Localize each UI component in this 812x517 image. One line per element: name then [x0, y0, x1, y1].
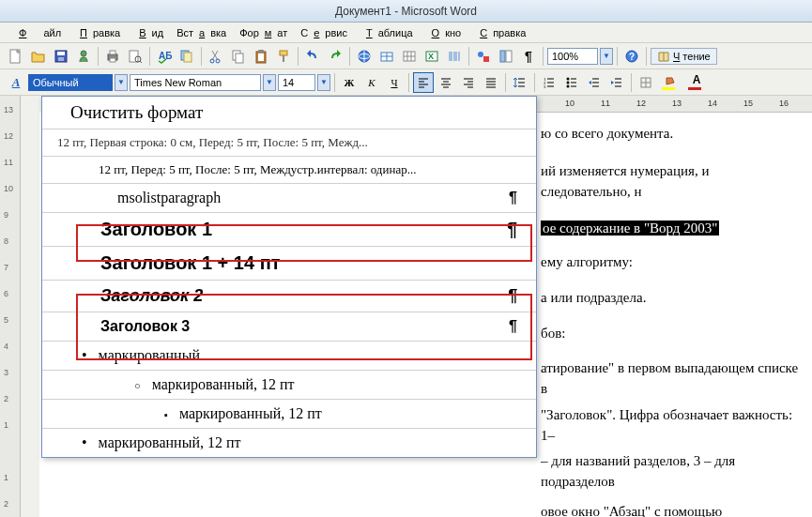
pilcrow-icon: ¶ [507, 219, 517, 240]
undo-icon[interactable] [302, 46, 323, 67]
style-item[interactable]: 12 пт, Перед: 5 пт, После: 5 пт, Междуст… [42, 157, 536, 184]
svg-rect-22 [283, 55, 284, 62]
reading-button[interactable]: Чтение [651, 48, 717, 65]
svg-rect-37 [458, 52, 460, 61]
drawing-icon[interactable] [473, 46, 494, 67]
doc-text: а или подраздела. [541, 288, 799, 309]
svg-point-69 [567, 77, 570, 80]
italic-button[interactable]: К [361, 72, 382, 93]
style-clear-format[interactable]: Очистить формат [42, 97, 536, 129]
svg-point-4 [81, 51, 86, 56]
menu-view[interactable]: Вид [128, 25, 169, 40]
doc-text: "Заголовок". Цифра обозначает важность: … [541, 405, 799, 447]
bullets-icon[interactable] [561, 72, 582, 93]
increase-indent-icon[interactable] [606, 72, 627, 93]
svg-rect-19 [258, 53, 264, 61]
style-heading-2[interactable]: Заголовок 2¶ [42, 281, 536, 312]
borders-icon[interactable] [636, 72, 656, 93]
doc-text: ий изменяется нумерация, и следовательно… [541, 161, 799, 203]
doc-text: – для названий разделов, 3 – для подразд… [541, 451, 799, 493]
align-left-icon[interactable] [413, 72, 434, 93]
doc-map-icon[interactable] [496, 46, 516, 67]
underline-button[interactable]: Ч [384, 72, 405, 93]
window-title: Документ1 - Microsoft Word [335, 5, 477, 18]
svg-point-70 [567, 81, 570, 84]
style-heading-1[interactable]: Заголовок 1¶ [42, 213, 536, 247]
font-combo[interactable]: Times New Roman [130, 74, 261, 91]
svg-rect-40 [500, 51, 505, 62]
align-justify-icon[interactable] [481, 72, 501, 93]
spellcheck-icon[interactable]: AБ [154, 46, 175, 67]
numbering-icon[interactable]: 123 [539, 72, 559, 93]
svg-point-71 [567, 84, 570, 87]
tables-borders-icon[interactable] [376, 46, 397, 67]
pilcrow-icon: ¶ [508, 286, 517, 306]
menu-window[interactable]: Окно [421, 25, 467, 40]
insert-table-icon[interactable] [399, 46, 420, 67]
vertical-ruler: 13 12 11 10 9 8 7 6 5 4 3 2 1 1 2 [0, 96, 21, 517]
size-combo[interactable]: 14 [278, 74, 315, 91]
svg-rect-7 [110, 58, 115, 62]
print-preview-icon[interactable] [125, 46, 146, 67]
columns-icon[interactable] [444, 46, 465, 67]
copy-icon[interactable] [228, 46, 249, 67]
menu-edit[interactable]: Правка [69, 25, 126, 40]
style-item[interactable]: 12 пт, Первая строка: 0 см, Перед: 5 пт,… [42, 129, 536, 157]
zoom-dropdown-icon[interactable]: ▼ [600, 48, 613, 65]
menu-insert[interactable]: Вставка [171, 25, 232, 40]
menu-format[interactable]: Формат [234, 25, 293, 40]
format-painter-icon[interactable] [273, 46, 294, 67]
standard-toolbar: AБ X ¶ 100% ▼ ? Чтение [0, 43, 812, 69]
style-bulleted-12pt-sq[interactable]: маркированный, 12 пт [42, 400, 536, 429]
doc-text: ое содержание в "Ворд 2003" [541, 219, 799, 239]
style-dropdown-icon[interactable]: ▼ [115, 74, 128, 91]
new-doc-icon[interactable] [6, 46, 26, 67]
menu-file[interactable]: Файл [8, 25, 67, 40]
redo-icon[interactable] [325, 46, 345, 67]
formatting-toolbar: A Обычный ▼ Times New Roman ▼ 14 ▼ Ж К Ч… [0, 69, 812, 96]
styles-task-icon[interactable]: A [6, 72, 26, 93]
help-icon[interactable]: ? [621, 46, 642, 67]
style-heading-1-14pt[interactable]: Заголовок 1 + 14 пт [42, 247, 536, 281]
svg-rect-6 [110, 51, 115, 54]
menu-help[interactable]: Справка [468, 25, 531, 40]
align-right-icon[interactable] [458, 72, 479, 93]
style-combo[interactable]: Обычный [28, 74, 113, 91]
paste-icon[interactable] [251, 46, 271, 67]
hyperlink-icon[interactable] [354, 46, 375, 67]
highlight-color-icon[interactable] [658, 72, 682, 93]
font-dropdown-icon[interactable]: ▼ [263, 74, 276, 91]
svg-rect-41 [506, 51, 512, 62]
svg-rect-3 [58, 57, 64, 61]
bold-button[interactable]: Ж [339, 72, 360, 93]
svg-text:X: X [428, 52, 434, 61]
align-center-icon[interactable] [436, 72, 456, 93]
permissions-icon[interactable] [73, 46, 94, 67]
open-icon[interactable] [28, 46, 49, 67]
print-icon[interactable] [102, 46, 123, 67]
menu-bar: Файл Правка Вид Вставка Формат Сервис Та… [0, 23, 812, 43]
font-color-icon[interactable]: A [684, 72, 709, 93]
show-marks-icon[interactable]: ¶ [518, 46, 539, 67]
style-bulleted-12pt-last[interactable]: маркированный, 12 пт [42, 429, 536, 457]
svg-point-38 [478, 52, 483, 57]
menu-table[interactable]: Таблица [355, 25, 419, 40]
size-dropdown-icon[interactable]: ▼ [317, 74, 330, 91]
excel-icon[interactable]: X [421, 46, 442, 67]
style-msolistparagraph[interactable]: msolistparagraph¶ [42, 184, 536, 213]
menu-tools[interactable]: Сервис [295, 25, 353, 40]
line-spacing-icon[interactable] [510, 72, 530, 93]
svg-rect-2 [57, 52, 65, 55]
decrease-indent-icon[interactable] [584, 72, 605, 93]
style-bulleted-12pt[interactable]: маркированный, 12 пт [42, 371, 536, 400]
doc-text: бов: [541, 324, 799, 344]
pilcrow-icon: ¶ [509, 318, 517, 335]
cut-icon[interactable] [206, 46, 226, 67]
zoom-combo[interactable]: 100% [547, 48, 598, 65]
style-bulleted[interactable]: маркированный [42, 342, 536, 371]
style-heading-3[interactable]: Заголовок 3¶ [42, 312, 536, 342]
research-icon[interactable] [176, 46, 197, 67]
svg-rect-39 [483, 56, 489, 62]
svg-rect-13 [184, 53, 192, 62]
save-icon[interactable] [51, 46, 71, 67]
